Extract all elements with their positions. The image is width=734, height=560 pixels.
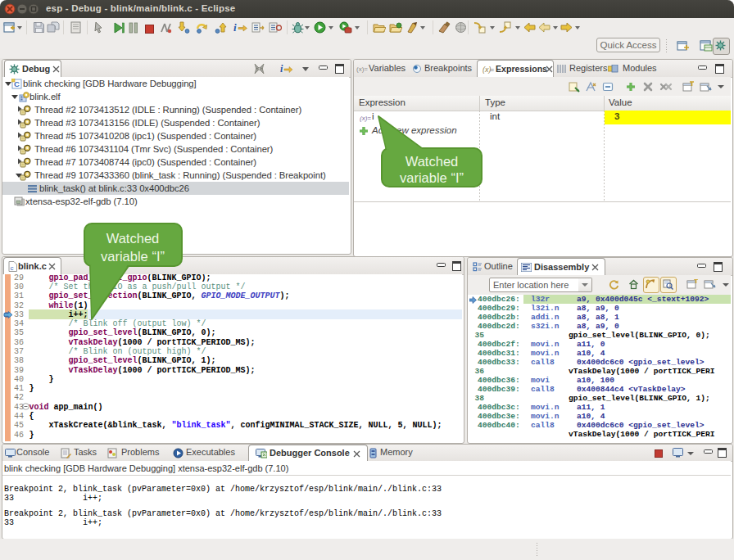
- svg-text:=: =: [490, 65, 494, 74]
- svg-text:(x)=: (x)=: [360, 115, 371, 122]
- svg-text:(x)=: (x)=: [356, 65, 368, 73]
- svg-text:c: c: [11, 264, 14, 272]
- svg-text:i: i: [233, 21, 237, 34]
- svg-text:i: i: [280, 63, 283, 75]
